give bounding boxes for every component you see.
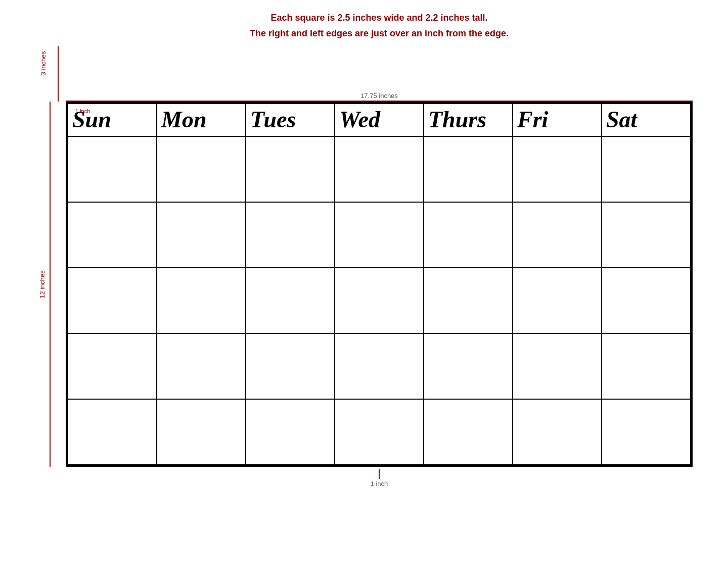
calendar-cell[interactable] xyxy=(157,202,246,268)
calendar-cell[interactable] xyxy=(157,268,246,333)
calendar-wrapper: 12 inches 1 inch Sun Mon xyxy=(35,102,693,467)
day-label-sat: Sat xyxy=(606,107,637,132)
calendar-cell[interactable] xyxy=(513,202,602,268)
bottom-annotation: 1 inch xyxy=(35,469,693,488)
calendar-cell[interactable] xyxy=(424,399,513,465)
table-row xyxy=(68,202,691,268)
header-tues: Tues xyxy=(246,104,335,136)
calendar-cell[interactable] xyxy=(335,333,424,399)
calendar-cell[interactable] xyxy=(602,333,691,399)
calendar-cell[interactable] xyxy=(68,268,157,333)
day-label-mon: Mon xyxy=(161,107,206,132)
header-thurs: Thurs xyxy=(424,104,513,136)
horiz-label-row: 17.75 inches xyxy=(66,92,693,100)
calendar-cell[interactable] xyxy=(424,136,513,202)
header-mon: Mon xyxy=(157,104,246,136)
page-container: Each square is 2.5 inches wide and 2.2 i… xyxy=(35,10,693,488)
horizontal-measure-container: 17.75 inches xyxy=(66,46,693,102)
12inch-label: 12 inches xyxy=(38,270,46,299)
calendar-cell[interactable] xyxy=(157,399,246,465)
17inch-label: 17.75 inches xyxy=(360,92,398,100)
calendar-cell[interactable] xyxy=(335,399,424,465)
calendar-cell[interactable] xyxy=(68,333,157,399)
sun-header-cell: 1 inch Sun xyxy=(72,106,152,133)
header-sun: 1 inch Sun xyxy=(68,104,157,136)
bottom-tick-line xyxy=(379,469,380,479)
calendar-cell[interactable] xyxy=(246,333,335,399)
header-sat: Sat xyxy=(602,104,691,136)
calendar-cell[interactable] xyxy=(157,333,246,399)
calendar-cell[interactable] xyxy=(602,136,691,202)
calendar-cell[interactable] xyxy=(157,136,246,202)
instructions-block: Each square is 2.5 inches wide and 2.2 i… xyxy=(219,10,509,41)
day-label-thurs: Thurs xyxy=(428,107,486,132)
table-row xyxy=(68,399,691,465)
calendar-grid: 1 inch Sun Mon Tues Wed xyxy=(66,102,693,467)
instruction-line2: The right and left edges are just over a… xyxy=(250,26,509,41)
calendar-cell[interactable] xyxy=(602,202,691,268)
calendar-cell[interactable] xyxy=(68,136,157,202)
table-row xyxy=(68,136,691,202)
header-wed: Wed xyxy=(335,104,424,136)
day-label-wed: Wed xyxy=(339,107,380,132)
top-annotation: 3 inches 17.75 inches xyxy=(35,46,693,102)
3inch-label: 3 inches xyxy=(39,51,47,75)
1inch-corner-label: 1 inch xyxy=(75,108,90,114)
left-3inch-measure: 3 inches xyxy=(35,46,66,102)
calendar-cell[interactable] xyxy=(246,268,335,333)
day-label-tues: Tues xyxy=(250,107,296,132)
calendar-cell[interactable] xyxy=(68,399,157,465)
calendar-cell[interactable] xyxy=(513,399,602,465)
day-label-fri: Fri xyxy=(517,107,548,132)
calendar-cell[interactable] xyxy=(513,333,602,399)
calendar-cell[interactable] xyxy=(602,268,691,333)
calendar-cell[interactable] xyxy=(513,268,602,333)
header-row: 1 inch Sun Mon Tues Wed xyxy=(68,104,691,136)
left-12inch-measure: 12 inches xyxy=(35,102,66,467)
calendar-table: 1 inch Sun Mon Tues Wed xyxy=(67,103,691,465)
vertical-line-3inch xyxy=(58,46,59,102)
calendar-cell[interactable] xyxy=(246,136,335,202)
calendar-cell[interactable] xyxy=(335,202,424,268)
header-fri: Fri xyxy=(513,104,602,136)
calendar-cell[interactable] xyxy=(246,202,335,268)
table-row xyxy=(68,268,691,333)
calendar-cell[interactable] xyxy=(335,268,424,333)
vertical-line-12inch xyxy=(50,102,51,467)
table-row xyxy=(68,333,691,399)
calendar-cell[interactable] xyxy=(424,333,513,399)
calendar-cell[interactable] xyxy=(513,136,602,202)
bottom-1inch-label: 1 inch xyxy=(371,480,388,488)
instruction-line1: Each square is 2.5 inches wide and 2.2 i… xyxy=(250,10,509,26)
calendar-cell[interactable] xyxy=(424,202,513,268)
calendar-cell[interactable] xyxy=(246,399,335,465)
calendar-cell[interactable] xyxy=(424,268,513,333)
calendar-cell[interactable] xyxy=(602,399,691,465)
calendar-cell[interactable] xyxy=(68,202,157,268)
calendar-cell[interactable] xyxy=(335,136,424,202)
